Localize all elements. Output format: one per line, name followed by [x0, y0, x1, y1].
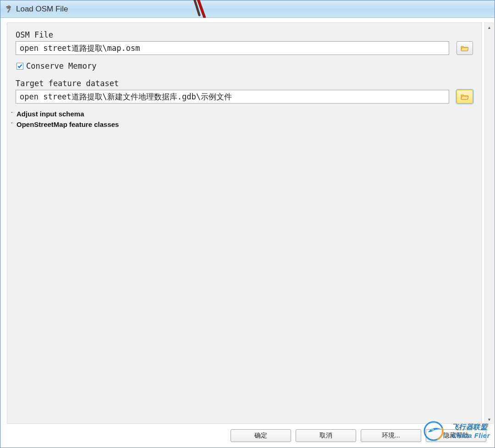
conserve-memory-label: Conserve Memory: [26, 61, 97, 71]
content-wrap: OSM File open street道路提取\map.osm: [0, 18, 495, 424]
section-label: OpenStreetMap feature classes: [16, 120, 119, 128]
svg-marker-1: [6, 5, 11, 9]
folder-open-icon: [461, 93, 469, 100]
conserve-memory-row: Conserve Memory: [16, 61, 473, 71]
folder-open-icon: [461, 45, 469, 51]
target-dataset-input[interactable]: open street道路提取\新建文件地理数据库.gdb\示例文件: [16, 90, 449, 104]
osm-file-browse-button[interactable]: [456, 41, 473, 55]
scroll-down-arrow-icon[interactable]: ▾: [485, 415, 493, 423]
environments-button[interactable]: 环境...: [361, 429, 421, 442]
scroll-up-arrow-icon[interactable]: ▴: [485, 23, 493, 31]
titlebar[interactable]: Load OSM File: [0, 0, 495, 18]
window-title: Load OSM File: [16, 5, 68, 14]
target-dataset-label: Target feature dataset: [16, 79, 473, 88]
osm-file-label: OSM File: [16, 30, 473, 39]
cancel-button[interactable]: 取消: [296, 429, 356, 442]
target-dataset-browse-button[interactable]: [456, 90, 473, 104]
osm-file-row: open street道路提取\map.osm: [16, 41, 473, 55]
form-panel: OSM File open street道路提取\map.osm: [7, 22, 482, 424]
section-osm-feature-classes[interactable]: ˇ OpenStreetMap feature classes: [11, 120, 473, 128]
section-label: Adjust input schema: [16, 110, 84, 118]
ok-button[interactable]: 确定: [231, 429, 291, 442]
vertical-scrollbar[interactable]: ▴ ▾: [484, 22, 494, 424]
bottom-button-bar: 确定 取消 环境... 隐藏帮助: [0, 424, 495, 448]
hammer-icon: [4, 5, 13, 14]
chevron-down-icon: ˇ: [11, 111, 16, 117]
conserve-memory-checkbox[interactable]: [16, 63, 23, 70]
target-dataset-row: open street道路提取\新建文件地理数据库.gdb\示例文件: [16, 90, 473, 104]
svg-rect-0: [7, 8, 11, 12]
window-body: OSM File open street道路提取\map.osm: [0, 18, 495, 448]
hide-help-button[interactable]: 隐藏帮助: [426, 429, 486, 442]
chevron-down-icon: ˇ: [11, 121, 16, 127]
section-adjust-input-schema[interactable]: ˇ Adjust input schema: [11, 110, 473, 118]
load-osm-file-window: Load OSM File OSM File open street道路提取\m…: [0, 0, 495, 448]
check-icon: [17, 64, 22, 69]
osm-file-input[interactable]: open street道路提取\map.osm: [16, 41, 449, 55]
